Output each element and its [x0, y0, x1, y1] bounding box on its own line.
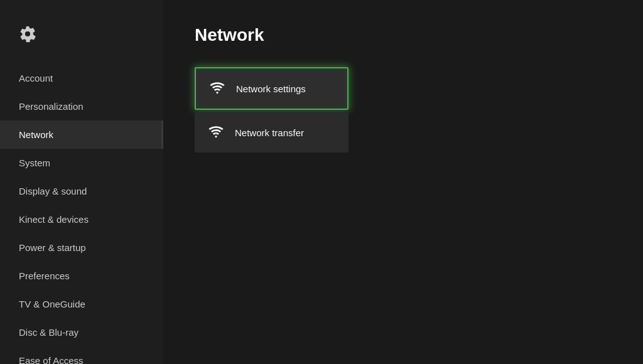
wifi-icon — [207, 124, 225, 141]
gear-icon-container — [0, 19, 163, 64]
sidebar: AccountPersonalizationNetworkSystemDispl… — [0, 0, 163, 364]
sidebar-item-kinect-devices[interactable]: Kinect & devices — [0, 205, 163, 233]
menu-item-label-network-transfer: Network transfer — [235, 127, 304, 138]
gear-icon — [19, 25, 36, 43]
sidebar-item-personalization[interactable]: Personalization — [0, 92, 163, 120]
page-title: Network — [195, 25, 612, 45]
sidebar-item-display-sound[interactable]: Display & sound — [0, 177, 163, 205]
sidebar-item-system[interactable]: System — [0, 149, 163, 177]
sidebar-item-tv-oneguide[interactable]: TV & OneGuide — [0, 290, 163, 318]
sidebar-item-account[interactable]: Account — [0, 64, 163, 92]
wifi-icon — [208, 80, 226, 97]
sidebar-item-preferences[interactable]: Preferences — [0, 262, 163, 290]
network-menu-list: Network settings Network transfer — [195, 67, 349, 153]
sidebar-item-power-startup[interactable]: Power & startup — [0, 233, 163, 262]
menu-item-label-network-settings: Network settings — [236, 83, 306, 94]
menu-item-network-settings[interactable]: Network settings — [195, 67, 349, 110]
sidebar-item-network[interactable]: Network — [0, 120, 163, 149]
menu-item-network-transfer[interactable]: Network transfer — [195, 112, 349, 153]
sidebar-items-container: AccountPersonalizationNetworkSystemDispl… — [0, 64, 163, 364]
sidebar-item-ease-of-access[interactable]: Ease of Access — [0, 346, 163, 364]
sidebar-item-disc-bluray[interactable]: Disc & Blu-ray — [0, 318, 163, 346]
main-content: Network Network settings Network transfe… — [163, 0, 643, 364]
